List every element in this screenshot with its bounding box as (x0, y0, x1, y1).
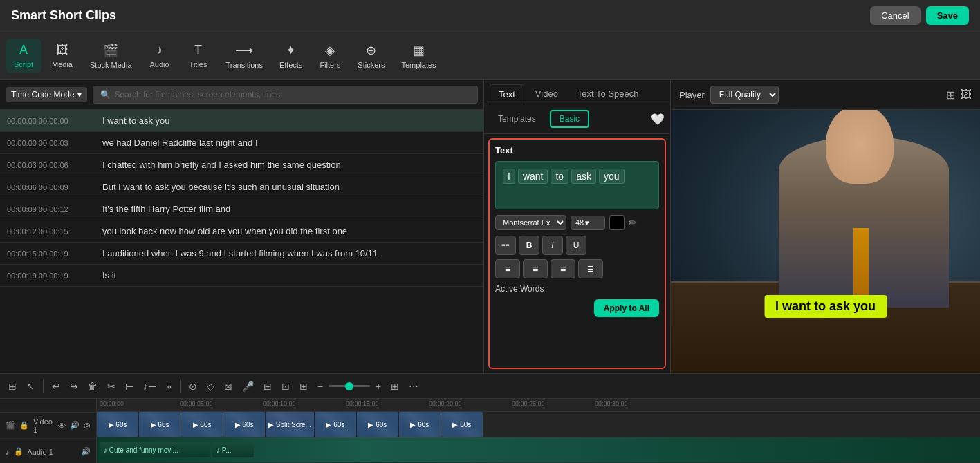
script-panel: Time Code Mode ▾ 🔍 Search for file names… (0, 80, 484, 373)
quality-select[interactable]: Full Quality (710, 86, 779, 104)
toolbar: A Script 🖼 Media 🎬 Stock Media ♪ Audio T… (0, 32, 980, 80)
eyedropper-icon[interactable]: ✏ (629, 217, 637, 228)
heart-icon[interactable]: 🤍 (651, 113, 665, 126)
toolbar-script[interactable]: A Script (6, 39, 41, 73)
video-clip[interactable]: ▶ 60s (223, 412, 265, 437)
split-button[interactable]: ⊢ (122, 379, 136, 393)
image-icon[interactable]: 🖼 (961, 88, 972, 102)
font-select[interactable]: Montserrat Ex (495, 215, 566, 230)
clip-button[interactable]: ⊡ (279, 379, 293, 393)
zoom-in-button[interactable]: + (373, 379, 384, 393)
delete-button[interactable]: 🗑 (85, 379, 100, 393)
video-clip[interactable]: ▶ 60s (315, 412, 356, 437)
effects-icon: ✦ (286, 43, 296, 58)
word-chip[interactable]: ask (571, 169, 596, 184)
word-chip[interactable]: you (599, 169, 625, 184)
caption-button[interactable]: ⊟ (261, 379, 275, 393)
keyframe-button[interactable]: ◇ (204, 379, 217, 393)
word-chip[interactable]: to (551, 169, 568, 184)
toolbar-audio[interactable]: ♪ Audio (142, 39, 178, 73)
audio-split-button[interactable]: ♪⊢ (140, 379, 159, 393)
audio-vol-icon[interactable]: 🔊 (81, 447, 91, 456)
toolbar-templates[interactable]: ▦ Templates (394, 39, 443, 73)
video-clip[interactable]: ▶ 60s (399, 412, 441, 437)
cursor-button[interactable]: ↖ (24, 379, 37, 393)
video-clip[interactable]: ▶ 60s (357, 412, 398, 437)
grid-icon[interactable]: ⊞ (946, 88, 955, 102)
cut-button[interactable]: ✂ (104, 379, 118, 393)
video-clip[interactable]: ▶ Split Scre... (266, 412, 314, 437)
time-range: 00:00:09 00:00:12 (7, 205, 97, 214)
align-justify-button[interactable]: ☰ (578, 259, 603, 278)
toolbar-transitions[interactable]: ⟶ Transitions (219, 39, 270, 73)
time-code-mode-button[interactable]: Time Code Mode ▾ (6, 87, 87, 102)
preview-header: Player Full Quality ⊞ 🖼 (671, 80, 980, 110)
video-clip[interactable]: ▶ 60s (441, 412, 483, 437)
toolbar-stickers[interactable]: ⊕ Stickers (351, 39, 391, 73)
video-clip[interactable]: ▶ 60s (139, 412, 181, 437)
script-row[interactable]: 00:00:15 00:00:19I auditioned when I was… (0, 243, 483, 265)
script-row[interactable]: 00:00:03 00:00:06I chatted with him brie… (0, 154, 483, 176)
apply-all-button[interactable]: Apply to All (594, 299, 659, 317)
time-range: 00:00:19 00:00:19 (7, 272, 97, 280)
align-right-button[interactable]: ≡ (551, 259, 575, 278)
tab-video[interactable]: Video (527, 84, 566, 104)
save-button[interactable]: Save (926, 6, 969, 25)
text-editor-panel: Text Iwanttoaskyou Montserrat Ex 48 ▾ ✏ … (488, 138, 666, 369)
eye-icon[interactable]: 👁 (58, 422, 66, 430)
toolbar-media[interactable]: 🖼 Media (44, 39, 80, 73)
subtab-basic[interactable]: Basic (550, 110, 589, 128)
detach-button[interactable]: ⊠ (221, 379, 235, 393)
italic-button[interactable]: I (542, 236, 563, 255)
clip-label: ▶ 60s (326, 421, 344, 428)
color-picker[interactable] (609, 215, 625, 230)
mic-button[interactable]: 🎤 (239, 379, 257, 393)
script-row[interactable]: 00:00:09 00:00:12It's the fifth Harry Po… (0, 198, 483, 220)
subtab-templates[interactable]: Templates (490, 111, 544, 126)
audio-clip[interactable]: ♪ Cute and funny movi... (100, 442, 210, 457)
cancel-button[interactable]: Cancel (870, 6, 920, 25)
zoom-slider[interactable] (329, 385, 370, 387)
audio-track-label: ♪ 🔒 Audio 1 🔊 (0, 439, 96, 463)
underline-button[interactable]: U (566, 236, 586, 255)
lock-icon[interactable]: 🔒 (19, 421, 29, 430)
stock-icon: 🎬 (103, 43, 118, 58)
video-clip[interactable]: ▶ 60s (97, 412, 138, 437)
layout-button[interactable]: ⊞ (388, 379, 402, 393)
script-row[interactable]: 00:00:12 00:00:15you look back now how o… (0, 220, 483, 243)
tab-text[interactable]: Text (490, 84, 524, 104)
more-button[interactable]: » (163, 379, 174, 393)
undo-button[interactable]: ↩ (49, 379, 63, 393)
strikethrough-button[interactable]: ≡≡ (495, 236, 516, 255)
vol-icon[interactable]: 🔊 (70, 421, 80, 430)
word-chip[interactable]: I (503, 169, 515, 184)
toolbar-effects[interactable]: ✦ Effects (272, 39, 309, 73)
screen-button[interactable]: ⊞ (297, 379, 311, 393)
align-center-button[interactable]: ≡ (523, 259, 548, 278)
clip-label: ▶ 60s (235, 421, 254, 428)
toolbar-filters[interactable]: ◈ Filters (312, 39, 348, 73)
redo-button[interactable]: ↪ (67, 379, 81, 393)
script-row[interactable]: 00:00:00 00:00:03we had Daniel Radcliffe… (0, 132, 483, 154)
toolbar-stock[interactable]: 🎬 Stock Media (83, 39, 139, 73)
word-chip[interactable]: want (518, 169, 548, 184)
align-left-button[interactable]: ≡ (495, 259, 520, 278)
text-editor-box[interactable]: Iwanttoaskyou (495, 161, 659, 209)
font-size-control[interactable]: 48 ▾ (571, 216, 605, 230)
audio-clip[interactable]: ♪ P... (212, 442, 254, 457)
snap-button[interactable]: ⊙ (186, 379, 200, 393)
tab-text-to-speech[interactable]: Text To Speech (569, 84, 647, 104)
script-row[interactable]: 00:00:19 00:00:19Is it (0, 265, 483, 287)
zoom-out-button[interactable]: − (315, 379, 326, 393)
bold-button[interactable]: B (519, 236, 539, 255)
script-row[interactable]: 00:00:06 00:00:09But I want to ask you b… (0, 176, 483, 198)
grid-view-button[interactable]: ⊞ (6, 379, 19, 393)
more2-button[interactable]: ⋯ (406, 379, 421, 393)
audio-lock-icon[interactable]: 🔒 (14, 447, 24, 456)
video-clip[interactable]: ▶ 60s (181, 412, 223, 437)
script-list: 00:00:00 00:00:00I want to ask you00:00:… (0, 110, 483, 373)
toolbar-titles[interactable]: T Titles (181, 39, 216, 73)
vis-icon[interactable]: ◎ (84, 421, 91, 430)
search-bar[interactable]: 🔍 Search for file names, screen elements… (93, 86, 478, 104)
script-row[interactable]: 00:00:00 00:00:00I want to ask you (0, 110, 483, 132)
